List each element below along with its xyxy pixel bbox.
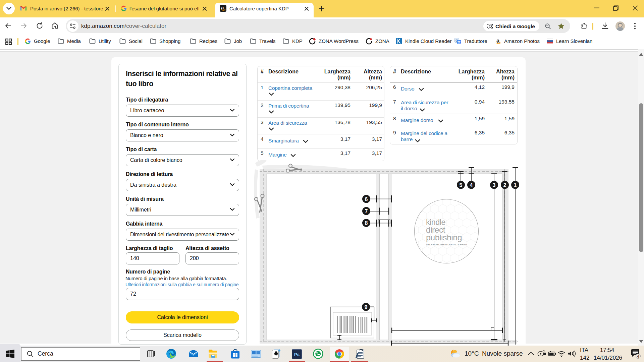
svg-text:7: 7 — [365, 208, 368, 214]
svg-text:Ps: Ps — [294, 352, 300, 357]
svg-text:publishing: publishing — [426, 233, 462, 242]
svg-text:9: 9 — [365, 304, 368, 310]
svg-text:a: a — [496, 38, 500, 44]
svg-text:8: 8 — [365, 220, 368, 226]
svg-text:4: 4 — [637, 354, 639, 359]
svg-text:文: 文 — [457, 41, 461, 44]
svg-text:4: 4 — [470, 182, 473, 188]
svg-text:2: 2 — [503, 182, 506, 188]
svg-text:6: 6 — [365, 196, 368, 202]
svg-text:1: 1 — [514, 182, 517, 188]
svg-text:SELF-PUBLISH IN DIGITAL & PRIN: SELF-PUBLISH IN DIGITAL & PRINT — [426, 243, 468, 246]
svg-text:3: 3 — [493, 182, 496, 188]
svg-text:5: 5 — [460, 182, 463, 188]
